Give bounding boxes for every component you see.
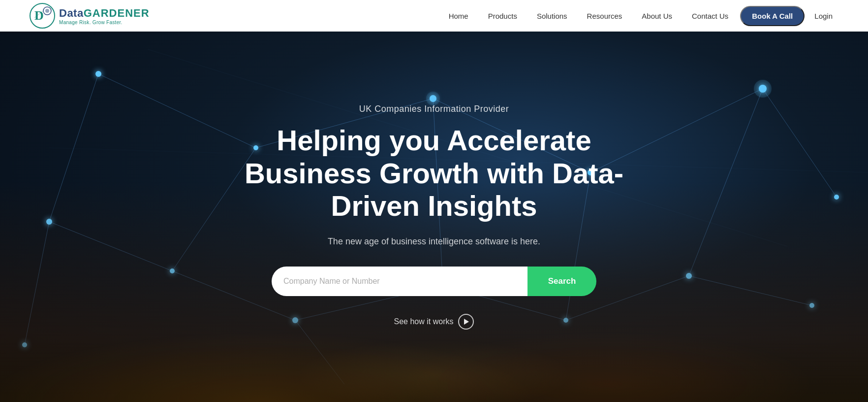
hero-description: The new age of business intelligence sof… [222, 236, 646, 247]
nav-contact[interactable]: Contact Us [684, 8, 736, 24]
search-bar: Search [222, 267, 646, 296]
play-button[interactable] [458, 314, 474, 330]
nav-products[interactable]: Products [480, 8, 525, 24]
nav-home[interactable]: Home [441, 8, 476, 24]
logo-name: DataGardener [59, 7, 150, 20]
nav-resources[interactable]: Resources [579, 8, 630, 24]
logo-tagline: Manage Risk. Grow Faster. [59, 20, 150, 25]
play-icon [464, 319, 469, 325]
nav-about[interactable]: About Us [634, 8, 680, 24]
logo-icon: D [30, 3, 55, 29]
navbar: D DataGardener Manage Risk. Grow Faster.… [0, 0, 868, 32]
hero-content: UK Companies Information Provider Helpin… [213, 104, 655, 330]
search-button[interactable]: Search [527, 267, 596, 296]
nav-solutions[interactable]: Solutions [529, 8, 575, 24]
see-how-label: See how it works [394, 317, 454, 326]
logo[interactable]: D DataGardener Manage Risk. Grow Faster. [30, 3, 150, 29]
nav-links: Home Products Solutions Resources About … [441, 6, 838, 26]
hero-section: UK Companies Information Provider Helpin… [0, 0, 868, 402]
logo-text: DataGardener Manage Risk. Grow Faster. [59, 7, 150, 25]
svg-text:D: D [34, 8, 44, 23]
hero-subtitle: UK Companies Information Provider [222, 104, 646, 114]
hero-title: Helping you Accelerate Business Growth w… [222, 124, 646, 223]
login-button[interactable]: Login [808, 8, 838, 24]
book-call-button[interactable]: Book A Call [740, 6, 805, 26]
see-how-it-works[interactable]: See how it works [222, 314, 646, 330]
svg-point-3 [45, 9, 49, 13]
search-input[interactable] [272, 267, 527, 296]
